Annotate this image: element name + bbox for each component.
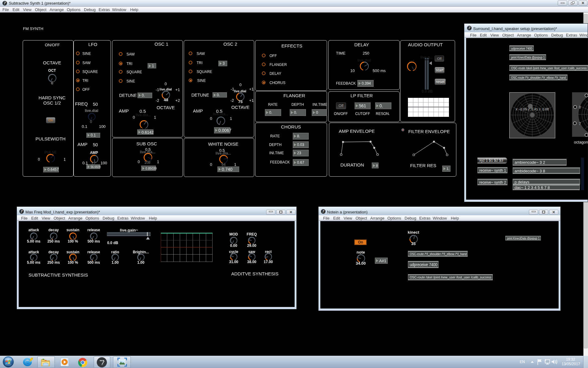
- svg-text:7: 7: [579, 122, 581, 126]
- svg-text:x: -0.09 y: 0.41 z: 0.00: x: -0.09 y: 0.41 z: 0.00: [516, 107, 549, 111]
- svg-text:8: 8: [579, 105, 581, 109]
